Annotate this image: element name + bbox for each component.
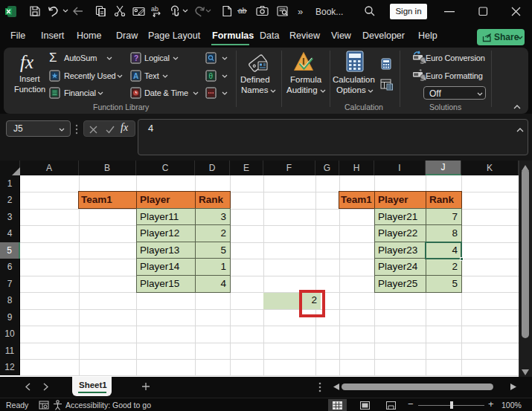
svg-text:θ: θ [209, 71, 214, 80]
svg-text:A: A [133, 71, 138, 80]
svg-text:ab: ab [151, 5, 158, 13]
svg-text:?: ? [134, 54, 138, 62]
